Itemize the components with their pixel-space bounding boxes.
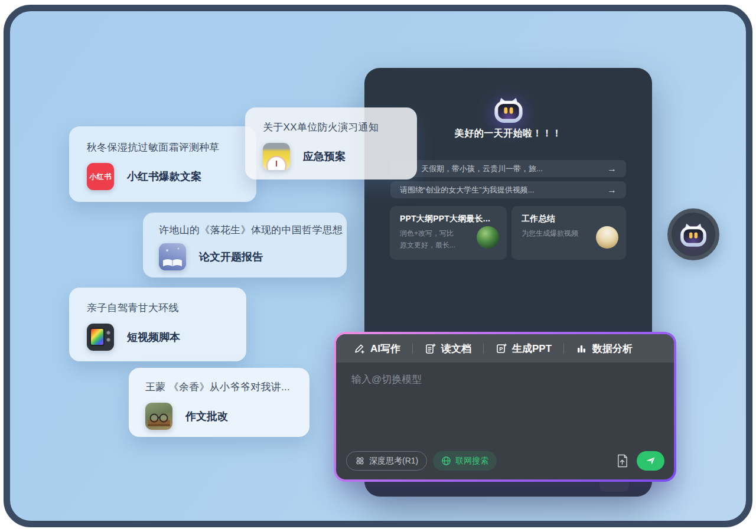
open-book-icon (159, 243, 186, 270)
suggestion-desc: 润色+改写，写比 原文更好，最长... (400, 228, 470, 252)
shortcut-card-thesis-proposal[interactable]: 许地山的《落花生》体现的中国哲学思想 论文开题报告 (143, 213, 347, 278)
bar-chart-icon (576, 343, 587, 354)
tab-data-analysis[interactable]: 数据分析 (572, 342, 636, 355)
quick-prompt-text: 请围绕“创业的女大学生”为我提供视频... (400, 185, 602, 195)
shortcut-card-xiaohongshu[interactable]: 秋冬保湿抗过敏面霜评测种草 小红书 小红书爆款文案 (69, 126, 256, 202)
composer-input[interactable] (336, 363, 674, 451)
xiaohongshu-icon-text: 小红书 (89, 172, 112, 182)
globe-icon (441, 456, 451, 466)
upload-file-button[interactable] (613, 451, 631, 471)
composer-panel: AI写作 读文档 (334, 332, 676, 482)
shortcut-card-essay-correction[interactable]: 王蒙 《余香》从小爷爷对我讲... 作文批改 (129, 368, 309, 437)
card-label: 应急预案 (303, 149, 346, 164)
card-title: 亲子自驾青甘大环线 (87, 301, 246, 315)
robot-mascot-icon (679, 222, 708, 247)
retro-tv-icon (87, 324, 114, 351)
card-label: 小红书爆款文案 (127, 169, 201, 184)
card-label: 作文批改 (185, 409, 228, 423)
robot-mascot-icon (493, 96, 524, 126)
suggestion-desc: 为您生成爆款视频 (522, 228, 591, 240)
arrow-right-icon: → (607, 185, 617, 195)
pen-sparkle-icon (354, 343, 365, 354)
svg-text:P: P (499, 346, 503, 352)
paper-plane-icon (645, 455, 656, 466)
quick-prompt-text: 天假期，带小孩，云贵川一带，旅... (421, 164, 602, 174)
quick-prompt-row[interactable]: 天假期，带小孩，云贵川一带，旅... → (390, 160, 626, 177)
tab-ai-writing[interactable]: AI写作 (350, 342, 404, 355)
card-title: 关于XX单位防火演习通知 (263, 120, 417, 134)
quick-prompt-row[interactable]: 请围绕“创业的女大学生”为我提供视频... → (390, 181, 626, 198)
card-title: 王蒙 《余香》从小爷爷对我讲... (145, 380, 309, 394)
glasses-book-icon (145, 403, 172, 430)
deep-think-toggle[interactable]: 深度思考(R1) (346, 451, 427, 471)
composer-toolbar: AI写作 读文档 (336, 334, 674, 363)
suggestion-card-work-summary[interactable]: 工作总结 为您生成爆款视频 (511, 206, 626, 260)
card-title: 秋冬保湿抗过敏面霜评测种草 (87, 141, 256, 154)
shortcut-card-short-video-script[interactable]: 亲子自驾青甘大环线 短视频脚本 (69, 288, 246, 361)
toolbar-divider (563, 343, 564, 354)
document-icon (425, 343, 436, 354)
send-button[interactable] (637, 451, 664, 471)
xiaohongshu-app-icon: 小红书 (87, 163, 114, 190)
card-title: 许地山的《落花生》体现的中国哲学思想 (159, 223, 347, 237)
assistant-floating-button[interactable] (667, 208, 719, 260)
device-frame: 美好的一天开始啦！！！ 天假期，带小孩，云贵川一带，旅... → 请围绕“创业的… (4, 5, 752, 527)
arrow-right-icon: → (607, 164, 617, 174)
suggestion-card-ppt-outline[interactable]: PPT大纲PPT大纲最长... 润色+改写，写比 原文更好，最长... (390, 206, 507, 260)
atom-icon (355, 456, 365, 466)
toolbar-divider (483, 343, 484, 354)
emergency-alarm-icon (263, 143, 290, 170)
shortcut-card-emergency-plan[interactable]: 关于XX单位防火演习通知 应急预案 (245, 107, 417, 179)
upload-file-icon (615, 453, 629, 468)
card-label: 论文开题报告 (199, 250, 263, 264)
avatar (596, 226, 618, 249)
web-search-toggle[interactable]: 联网搜索 (433, 451, 497, 471)
tab-generate-ppt[interactable]: P 生成PPT (492, 342, 555, 355)
toolbar-divider (412, 343, 413, 354)
suggestion-title: PPT大纲PPT大纲最长... (400, 214, 498, 224)
card-label: 短视频脚本 (127, 330, 180, 344)
avatar (477, 226, 499, 249)
ppt-document-icon: P (496, 343, 507, 354)
suggestion-title: 工作总结 (522, 214, 618, 224)
screenshot-stage: 美好的一天开始啦！！！ 天假期，带小孩，云贵川一带，旅... → 请围绕“创业的… (0, 0, 756, 532)
composer-actions: 深度思考(R1) 联网搜索 (336, 451, 674, 479)
tab-read-document[interactable]: 读文档 (421, 342, 475, 355)
